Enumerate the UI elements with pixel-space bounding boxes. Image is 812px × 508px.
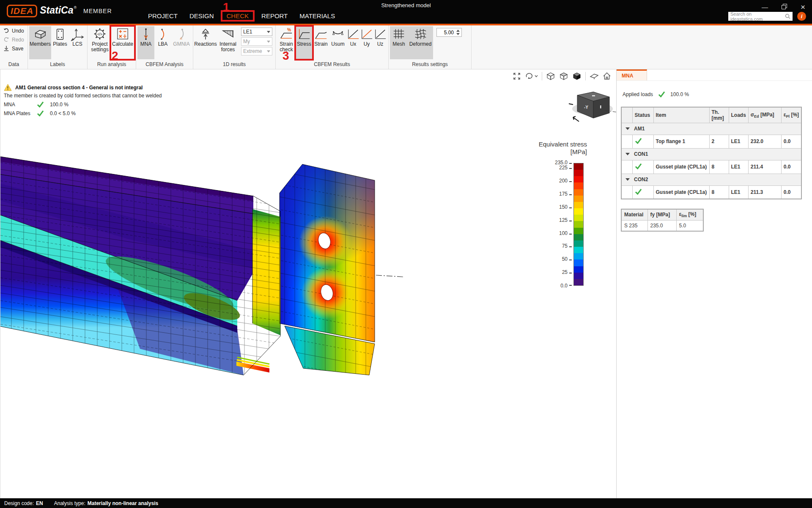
mna-check-label: MNA bbox=[4, 102, 37, 108]
analysis-type-value: Materially non-linear analysis bbox=[88, 500, 158, 506]
home-view-icon[interactable] bbox=[603, 72, 611, 80]
members-button[interactable]: Members bbox=[29, 26, 51, 59]
save-button[interactable]: Save bbox=[2, 44, 25, 53]
deformed-button[interactable]: Deformed bbox=[408, 26, 433, 59]
clipping-plane-icon[interactable] bbox=[590, 72, 599, 80]
shaded-edges-view-icon[interactable] bbox=[559, 72, 568, 80]
mesh-button[interactable]: Mesh bbox=[390, 26, 408, 59]
uz-label: Uz bbox=[377, 41, 384, 47]
ux-label: Ux bbox=[350, 41, 357, 47]
ribbon-group-1d-results: Reactions Internal forces LE1 My bbox=[193, 25, 276, 69]
reactions-button[interactable]: Reactions bbox=[195, 26, 217, 59]
project-settings-button[interactable]: </> Project settings bbox=[89, 26, 111, 59]
lcs-button[interactable]: LCS bbox=[69, 26, 86, 59]
stress-label: Stress bbox=[297, 41, 311, 47]
wireframe-view-icon[interactable] bbox=[546, 72, 555, 80]
search-input[interactable]: Search on ideastatica.com bbox=[728, 12, 793, 21]
mna-plates-check-label: MNA Plates bbox=[4, 110, 37, 116]
check-icon bbox=[37, 110, 44, 116]
uy-label: Uy bbox=[364, 41, 370, 47]
legend-tick: 75 bbox=[562, 243, 568, 249]
navigation-cube[interactable]: -Y bbox=[569, 92, 617, 121]
gmnia-icon bbox=[175, 28, 188, 41]
group-row-am1[interactable]: AM1 bbox=[621, 123, 801, 135]
member-centerline bbox=[376, 275, 403, 277]
usum-button[interactable]: Usum bbox=[329, 26, 346, 59]
plates-button[interactable]: Plates bbox=[51, 26, 69, 59]
header-status: Status bbox=[632, 107, 653, 123]
calculate-icon bbox=[116, 28, 129, 41]
uy-button[interactable]: Uy bbox=[360, 26, 373, 59]
header-material: Material bbox=[621, 209, 647, 220]
svg-text:</>: </> bbox=[97, 32, 102, 36]
search-icon bbox=[785, 14, 790, 19]
stepper-down-icon[interactable] bbox=[456, 33, 460, 35]
tab-project[interactable]: PROJECT bbox=[142, 11, 184, 21]
deformed-scale-stepper[interactable]: 5.00 bbox=[436, 28, 462, 37]
strain-button[interactable]: Strain bbox=[313, 26, 329, 59]
titlebar: IDEA StatiCa ® MEMBER Strengthened model… bbox=[0, 0, 812, 24]
applied-loads-label: Applied loads bbox=[623, 91, 653, 97]
plates-icon bbox=[53, 28, 67, 41]
cell-sigma: 232.0 bbox=[748, 135, 781, 148]
undo-button[interactable]: Undo bbox=[2, 26, 26, 35]
zoom-fit-icon[interactable] bbox=[513, 72, 521, 80]
extreme-value: Extreme bbox=[243, 48, 262, 54]
restore-button[interactable] bbox=[782, 4, 787, 10]
legend-title: Equivalent stress bbox=[531, 141, 587, 148]
redo-button[interactable]: Redo bbox=[2, 35, 26, 44]
internal-forces-button[interactable]: Internal forces bbox=[217, 26, 239, 59]
check-icon bbox=[37, 101, 44, 108]
check-icon bbox=[658, 91, 665, 97]
uz-icon bbox=[373, 28, 387, 41]
cell-material-name: S 235 bbox=[621, 220, 647, 231]
group-row-con1[interactable]: CON1 bbox=[621, 148, 801, 160]
uz-button[interactable]: Uz bbox=[373, 26, 387, 59]
force-component-select[interactable]: My bbox=[241, 37, 272, 46]
ux-button[interactable]: Ux bbox=[346, 26, 360, 59]
legend-tick: 225 bbox=[559, 165, 568, 171]
rotate-view-button[interactable] bbox=[525, 72, 538, 80]
tab-mna-results[interactable]: MNA bbox=[617, 69, 647, 80]
gusset-plate[interactable] bbox=[277, 158, 375, 380]
collapse-arrow-icon[interactable] bbox=[625, 127, 630, 130]
design-code-label: Design code: bbox=[4, 500, 34, 506]
stress-icon bbox=[297, 28, 311, 41]
load-case-select[interactable]: LE1 bbox=[241, 28, 272, 36]
table-row[interactable]: Top flange 1 2 LE1 232.0 0.0 bbox=[621, 135, 801, 148]
gmnia-button[interactable]: GMNIA bbox=[171, 26, 192, 59]
analysis-warning: AM1 General cross section 4 - General is… bbox=[4, 84, 162, 116]
extreme-select[interactable]: Extreme bbox=[241, 47, 272, 55]
solid-view-icon[interactable] bbox=[572, 72, 582, 80]
stress-button[interactable]: Stress bbox=[296, 26, 313, 59]
material-header-row: Material fy [MPa] εlim [%] bbox=[621, 209, 703, 220]
tab-report[interactable]: REPORT bbox=[255, 11, 294, 21]
collapse-arrow-icon[interactable] bbox=[625, 178, 630, 181]
stepper-up-icon[interactable] bbox=[456, 30, 460, 32]
tab-design[interactable]: DESIGN bbox=[184, 11, 220, 21]
legend-tick: 150 bbox=[559, 204, 568, 210]
mna-button[interactable]: MNA bbox=[137, 26, 154, 59]
fem-model-canvas[interactable]: -Y bbox=[0, 69, 617, 498]
svg-text:%: % bbox=[287, 28, 291, 32]
lba-label: LBA bbox=[158, 41, 168, 47]
table-row[interactable]: Gusset plate (CPL1a) 8 LE1 211.3 0.0 bbox=[621, 185, 801, 199]
close-button[interactable]: × bbox=[801, 4, 805, 10]
calculate-label: Calculate bbox=[112, 41, 133, 47]
result-selectors: LE1 My Extreme bbox=[241, 28, 272, 55]
product-name: MEMBER bbox=[83, 8, 112, 14]
strain-icon bbox=[314, 28, 328, 41]
beam-member[interactable] bbox=[0, 157, 280, 380]
header-item: Item bbox=[653, 107, 709, 123]
collapse-arrow-icon[interactable] bbox=[625, 153, 630, 155]
minimize-button[interactable]: — bbox=[762, 4, 768, 10]
lba-button[interactable]: LBA bbox=[154, 26, 171, 59]
toolbar-divider bbox=[585, 72, 586, 80]
group-row-con2[interactable]: CON2 bbox=[621, 174, 801, 185]
table-row[interactable]: Gusset plate (CPL1a) 8 LE1 211.4 0.0 bbox=[621, 160, 801, 174]
deformed-icon bbox=[414, 28, 427, 41]
info-button[interactable]: i bbox=[797, 12, 806, 21]
tab-materials[interactable]: MATERIALS bbox=[294, 11, 341, 21]
reactions-label: Reactions bbox=[194, 41, 217, 47]
model-viewport[interactable]: -Y AM1 General cross section 4 - General… bbox=[0, 69, 616, 498]
